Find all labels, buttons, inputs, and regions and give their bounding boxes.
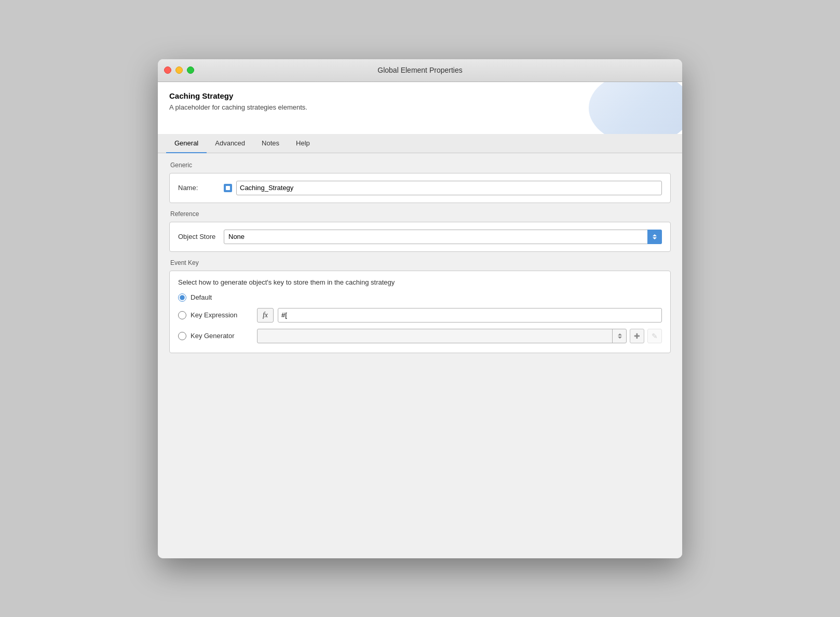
add-generator-button[interactable]: ✚ [630,329,644,343]
maximize-button[interactable] [187,66,194,74]
key-generator-radio[interactable] [178,332,186,340]
key-generator-radio-row: Key Generator [178,329,662,343]
key-generator-radio-label[interactable]: Key Generator [191,332,253,340]
reference-section: Reference Object Store None [169,210,671,252]
default-radio-label[interactable]: Default [191,293,253,301]
object-store-row: Object Store None [178,230,662,244]
name-icon-inner [226,186,230,190]
title-bar: Global Element Properties [158,59,682,82]
name-label: Name: [178,184,220,192]
tab-help[interactable]: Help [288,134,318,153]
close-button[interactable] [164,66,171,74]
main-window: Global Element Properties Caching Strate… [158,59,682,558]
fx-button[interactable]: fx [257,308,274,323]
edit-generator-button[interactable]: ✎ [647,329,662,343]
event-key-label: Event Key [169,259,671,266]
generator-select-wrapper [257,329,627,343]
event-key-box: Select how to generate object's key to s… [169,271,671,353]
object-store-label: Object Store [178,233,220,240]
name-info-icon [224,184,232,192]
add-icon: ✚ [634,332,640,340]
tab-notes[interactable]: Notes [253,134,288,153]
header-section: Caching Strategy A placeholder for cachi… [158,82,682,134]
main-content: Generic Name: Reference Object Store [158,153,682,558]
tab-advanced[interactable]: Advanced [207,134,253,153]
edit-icon: ✎ [652,332,658,340]
event-key-section: Event Key Select how to generate object'… [169,259,671,353]
generator-row: ✚ ✎ [257,329,662,343]
key-expression-radio[interactable] [178,311,186,319]
key-expression-input[interactable] [278,308,662,323]
reference-section-label: Reference [169,210,671,218]
default-radio-row: Default [178,293,662,302]
minimize-button[interactable] [175,66,183,74]
generic-section: Generic Name: [169,162,671,203]
tab-general[interactable]: General [166,134,207,153]
fx-icon: fx [263,311,268,319]
object-store-select-wrapper: None [224,230,662,244]
object-store-select[interactable]: None [224,230,662,244]
header-decoration [589,82,682,134]
generic-section-label: Generic [169,162,671,169]
key-expression-radio-row: Key Expression fx [178,308,662,323]
name-input[interactable] [236,181,662,195]
default-radio[interactable] [178,293,186,302]
reference-section-box: Object Store None [169,222,671,252]
window-title: Global Element Properties [377,66,462,74]
name-row: Name: [178,181,662,195]
generic-section-box: Name: [169,173,671,203]
event-key-description: Select how to generate object's key to s… [178,278,662,286]
key-generator-select[interactable] [257,329,627,343]
tabs-bar: General Advanced Notes Help [158,134,682,153]
traffic-lights [164,66,194,74]
key-expression-radio-label[interactable]: Key Expression [191,311,253,319]
